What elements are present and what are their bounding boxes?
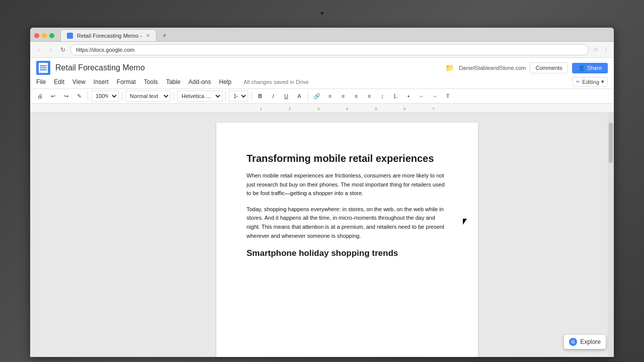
ruler-num-3: 3 xyxy=(317,107,319,111)
refresh-btn[interactable]: ↻ xyxy=(58,45,67,54)
menu-insert[interactable]: Insert xyxy=(94,78,109,85)
doc-line-1 xyxy=(40,65,47,66)
ruler-tick-2: 2 xyxy=(275,107,304,112)
divider-5 xyxy=(251,92,252,101)
justify-btn[interactable]: ≡ xyxy=(364,90,375,102)
ruler-tick-5: 5 xyxy=(362,107,390,112)
active-tab[interactable]: Retail Forecasting Memo - ✕ xyxy=(60,29,156,41)
ruler-tick-3: 3 xyxy=(304,107,333,112)
bold-btn[interactable]: B xyxy=(255,90,266,102)
indent-increase-btn[interactable]: → xyxy=(429,90,440,102)
bookmark-icon[interactable]: ☆ xyxy=(592,46,600,54)
ruler-tick-4: 4 xyxy=(333,107,361,112)
underline-btn[interactable]: U xyxy=(281,90,292,102)
docs-app-icon xyxy=(36,61,50,75)
font-select[interactable]: Helvetica ... xyxy=(177,90,222,102)
docs-menu-row: File Edit View Insert Format Tools Table… xyxy=(36,77,608,86)
editing-mode-btn[interactable]: ✏ Editing ▾ xyxy=(573,77,608,86)
folder-icon[interactable]: 📁 xyxy=(445,64,454,72)
divider-6 xyxy=(308,92,308,101)
right-sidebar xyxy=(548,113,614,357)
link-btn[interactable]: 🔗 xyxy=(311,90,323,102)
ruler-tick-6: 6 xyxy=(390,107,419,112)
doc-line-3 xyxy=(40,69,47,70)
doc-page[interactable]: Transforming mobile retail experiences W… xyxy=(146,113,548,357)
docs-title-row: Retail Forecasting Memo 📁 DanielStablean… xyxy=(36,61,608,75)
user-email: DanielStableandStone.com xyxy=(459,65,526,71)
menu-file[interactable]: File xyxy=(36,78,46,85)
line-spacing-btn[interactable]: ↕ xyxy=(377,90,388,102)
explore-icon: G xyxy=(569,338,577,346)
docs-content-area: Transforming mobile retail experiences W… xyxy=(30,113,614,357)
ruler-num-5: 5 xyxy=(375,107,377,111)
format-paint-btn[interactable]: ✎ xyxy=(73,90,85,102)
menu-addons[interactable]: Add-ons xyxy=(189,78,211,85)
print-btn[interactable]: 🖨 xyxy=(34,90,45,102)
italic-btn[interactable]: I xyxy=(268,90,279,102)
zoom-select[interactable]: 100% xyxy=(91,90,119,102)
align-center-btn[interactable]: ≡ xyxy=(338,90,349,102)
clear-format-btn[interactable]: T xyxy=(442,90,453,102)
divider-1 xyxy=(88,92,88,101)
new-tab-btn[interactable]: + xyxy=(158,29,171,41)
menu-table[interactable]: Table xyxy=(166,78,181,85)
menu-view[interactable]: View xyxy=(72,78,86,85)
forward-btn[interactable]: › xyxy=(46,45,55,54)
docs-icon-inner xyxy=(39,63,48,73)
font-size-select[interactable]: 14 xyxy=(229,90,248,102)
docs-toolbar: 🖨 ↩ ↪ ✎ 100% Normal text Helvetica ... 1… xyxy=(30,89,614,104)
editing-mode-container: ✏ Editing ▾ xyxy=(573,77,608,86)
share-icon: 👤 xyxy=(578,65,585,71)
back-btn[interactable]: ‹ xyxy=(34,45,43,54)
numbered-list-btn[interactable]: 1. xyxy=(390,90,401,102)
redo-btn[interactable]: ↪ xyxy=(60,90,71,102)
ruler-inner: 1 2 3 4 5 6 xyxy=(216,104,478,112)
divider-3 xyxy=(174,92,174,101)
comments-btn[interactable]: Comments xyxy=(530,62,568,73)
ruler-num-6: 6 xyxy=(404,107,406,111)
document-para-1: When mobile retail experiences are frict… xyxy=(247,171,448,198)
document-para-2: Today, shopping happens everywhere: in s… xyxy=(247,205,448,240)
doc-line-2 xyxy=(40,67,47,68)
url-input[interactable]: https://docs.google.com xyxy=(70,44,589,55)
tab-favicon xyxy=(67,33,73,39)
maximize-window-btn[interactable] xyxy=(49,33,54,38)
docs-header: Retail Forecasting Memo 📁 DanielStablean… xyxy=(30,58,614,89)
explore-label: Explore xyxy=(580,338,601,345)
url-text: https://docs.google.com xyxy=(76,47,134,53)
menu-tools[interactable]: Tools xyxy=(144,78,158,85)
align-left-btn[interactable]: ≡ xyxy=(325,90,336,102)
menu-format[interactable]: Format xyxy=(117,78,136,85)
menu-edit[interactable]: Edit xyxy=(54,78,64,85)
scrollbar[interactable] xyxy=(608,113,614,357)
ruler-num-4: 4 xyxy=(346,107,348,111)
bullet-list-btn[interactable]: • xyxy=(403,90,414,102)
ruler-num-7: 7 xyxy=(432,107,434,111)
minimize-window-btn[interactable] xyxy=(42,33,47,38)
webcam xyxy=(320,11,324,15)
browser-window: Retail Forecasting Memo - ✕ + ‹ › ↻ http… xyxy=(30,28,614,357)
close-window-btn[interactable] xyxy=(34,33,39,38)
settings-icon[interactable]: ⋮ xyxy=(602,46,610,54)
explore-btn[interactable]: G Explore xyxy=(564,335,606,349)
scrollbar-thumb[interactable] xyxy=(609,123,613,163)
share-label: Share xyxy=(587,65,602,71)
docs-right-actions: DanielStableandStone.com Comments 👤 Shar… xyxy=(459,62,608,73)
tab-title: Retail Forecasting Memo - xyxy=(77,33,142,39)
share-btn[interactable]: 👤 Share xyxy=(572,63,608,73)
menu-help[interactable]: Help xyxy=(219,78,231,85)
divider-2 xyxy=(122,92,122,101)
ruler-tick-7: 7 xyxy=(419,107,448,112)
page-content: Transforming mobile retail experiences W… xyxy=(216,123,478,357)
document-heading-2: Smartphone holiday shopping trends xyxy=(247,248,448,258)
undo-btn[interactable]: ↩ xyxy=(47,90,58,102)
document-title[interactable]: Retail Forecasting Memo xyxy=(55,63,440,72)
ruler: 1 2 3 4 5 6 xyxy=(30,104,614,113)
address-bar: ‹ › ↻ https://docs.google.com ☆ ⋮ xyxy=(30,42,614,58)
indent-decrease-btn[interactable]: ← xyxy=(416,90,427,102)
tab-close-btn[interactable]: ✕ xyxy=(146,33,150,38)
paragraph-style-select[interactable]: Normal text xyxy=(125,90,171,102)
align-right-btn[interactable]: ≡ xyxy=(351,90,362,102)
text-color-btn[interactable]: A xyxy=(294,90,305,102)
editing-chevron-icon: ▾ xyxy=(601,78,604,85)
